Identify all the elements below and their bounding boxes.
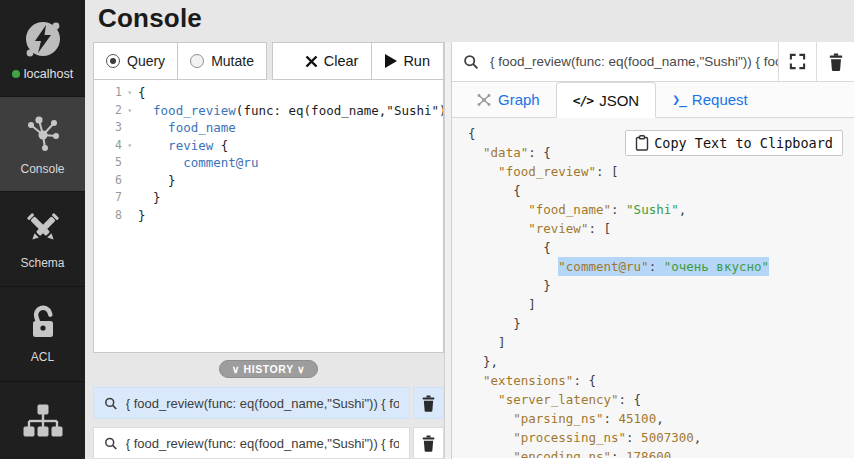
history-item[interactable]: { food_review(func: eq(food_name,"Sushi"… bbox=[93, 427, 444, 459]
radio-unchecked-icon[interactable] bbox=[190, 54, 204, 68]
history-item-body[interactable]: { food_review(func: eq(food_name,"Sushi"… bbox=[93, 427, 410, 459]
tab-request-label: Request bbox=[692, 91, 748, 108]
tab-graph-label: Graph bbox=[498, 91, 540, 108]
mutate-mode-radio[interactable]: Mutate bbox=[178, 42, 267, 80]
result-tabbar: Graph </> JSON ❯_ Request bbox=[452, 82, 854, 118]
run-button[interactable]: Run bbox=[371, 43, 443, 79]
history-item-body[interactable]: { food_review(func: eq(food_name,"Sushi"… bbox=[93, 387, 410, 419]
panel-divider[interactable] bbox=[444, 42, 452, 459]
sidebar-item-localhost[interactable]: localhost bbox=[0, 0, 85, 97]
result-panel: { food_review(func: eq(food_name,"Sushi"… bbox=[452, 42, 854, 459]
delete-history-button[interactable] bbox=[413, 387, 444, 419]
graph-icon bbox=[476, 92, 492, 108]
clear-button-label: Clear bbox=[324, 53, 359, 69]
editor-actions-group: Clear Run bbox=[272, 42, 444, 80]
query-panel: Query Mutate Clear Run 1▾{2▾ food_review… bbox=[93, 42, 444, 459]
clear-result-button[interactable] bbox=[816, 42, 854, 82]
search-icon bbox=[104, 436, 118, 451]
sidebar-item-label: Console bbox=[20, 162, 64, 176]
console-graph-icon bbox=[21, 112, 65, 156]
history-item-text: { food_review(func: eq(food_name,"Sushi"… bbox=[126, 396, 399, 411]
fullscreen-icon bbox=[789, 53, 806, 70]
dgraph-logo-icon bbox=[20, 16, 66, 62]
tab-graph[interactable]: Graph bbox=[460, 82, 556, 117]
mutate-mode-label: Mutate bbox=[211, 53, 254, 69]
tab-json[interactable]: </> JSON bbox=[556, 82, 657, 118]
tab-json-label: JSON bbox=[599, 92, 639, 109]
json-result-view: { "data": { "food_review": [ { "food_nam… bbox=[452, 118, 854, 458]
server-label: localhost bbox=[24, 67, 73, 81]
sidebar-item-schema[interactable]: Schema bbox=[0, 192, 85, 287]
copy-button-label: Copy Text to Clipboard bbox=[654, 135, 833, 151]
acl-lock-icon bbox=[23, 304, 63, 344]
result-query-bar[interactable]: { food_review(func: eq(food_name,"Sushi"… bbox=[452, 42, 854, 82]
schema-tools-icon bbox=[22, 208, 64, 250]
query-editor[interactable]: 1▾{2▾ food_review(func: eq(food_name,"Su… bbox=[93, 80, 444, 353]
radio-checked-icon[interactable] bbox=[106, 54, 120, 68]
trash-icon bbox=[421, 435, 436, 452]
sidebar-item-label: Schema bbox=[20, 256, 64, 270]
sidebar-item-acl[interactable]: ACL bbox=[0, 287, 85, 382]
terminal-prompt-icon: ❯_ bbox=[672, 92, 686, 107]
connection-status-dot bbox=[12, 70, 20, 78]
tab-request[interactable]: ❯_ Request bbox=[656, 82, 764, 117]
delete-history-button[interactable] bbox=[413, 427, 444, 459]
sidebar-item-cluster[interactable] bbox=[0, 382, 85, 459]
query-toolbar: Query Mutate Clear Run bbox=[93, 42, 444, 80]
json-text: { "data": { "food_review": [ { "food_nam… bbox=[468, 124, 854, 458]
copy-to-clipboard-button[interactable]: Copy Text to Clipboard bbox=[625, 130, 843, 156]
clear-x-icon bbox=[305, 55, 318, 68]
history-zone: ∨ HISTORY ∨ { food_review(func: eq(food_… bbox=[93, 360, 444, 459]
query-mode-radio[interactable]: Query bbox=[93, 42, 178, 80]
trash-icon bbox=[828, 53, 844, 71]
sidebar: localhost Console Sc bbox=[0, 0, 85, 459]
fullscreen-button[interactable] bbox=[778, 42, 816, 82]
page-title: Console bbox=[98, 3, 202, 34]
result-query-text: { food_review(func: eq(food_name,"Sushi"… bbox=[490, 54, 778, 69]
trash-icon bbox=[421, 395, 436, 412]
sidebar-item-label: ACL bbox=[31, 350, 54, 364]
sidebar-item-console[interactable]: Console bbox=[0, 97, 85, 192]
history-item-text: { food_review(func: eq(food_name,"Sushi"… bbox=[126, 436, 399, 451]
cluster-icon bbox=[22, 401, 64, 457]
history-item[interactable]: { food_review(func: eq(food_name,"Sushi"… bbox=[93, 387, 444, 419]
clear-button[interactable]: Clear bbox=[292, 43, 372, 79]
query-mode-label: Query bbox=[127, 53, 165, 69]
history-toggle-button[interactable]: ∨ HISTORY ∨ bbox=[219, 360, 319, 378]
clipboard-icon bbox=[635, 135, 649, 151]
search-icon bbox=[104, 396, 118, 411]
run-button-label: Run bbox=[403, 53, 430, 69]
run-play-icon bbox=[385, 54, 397, 68]
search-icon bbox=[452, 54, 490, 70]
code-brackets-icon: </> bbox=[573, 93, 593, 108]
